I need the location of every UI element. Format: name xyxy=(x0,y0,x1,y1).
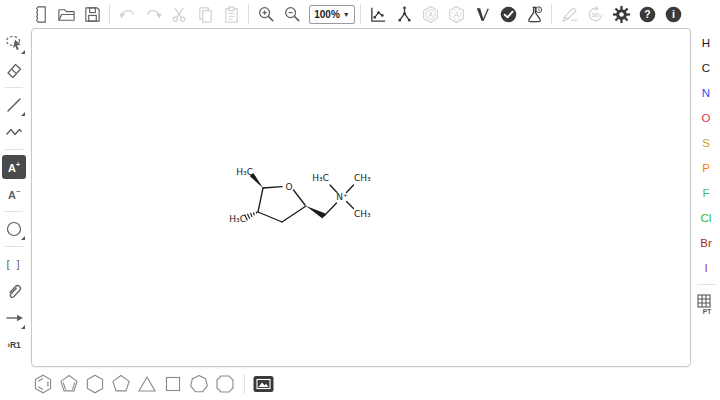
atom-methyl-top[interactable]: H₃C xyxy=(236,167,253,177)
template-benzene-button[interactable] xyxy=(30,371,56,397)
element-button-O[interactable]: O xyxy=(694,105,718,130)
chain-button[interactable] xyxy=(2,120,26,144)
element-button-C[interactable]: C xyxy=(694,55,718,80)
element-button-F[interactable]: F xyxy=(694,180,718,205)
save-button[interactable] xyxy=(80,2,104,26)
element-button-N[interactable]: N xyxy=(694,80,718,105)
element-button-P[interactable]: P xyxy=(694,155,718,180)
atom-nitrogen[interactable]: N⁺ xyxy=(336,192,348,202)
bond-c3-c4[interactable] xyxy=(258,212,282,222)
atom-methyl-left[interactable]: H₃C xyxy=(229,214,246,224)
about-button[interactable]: i xyxy=(661,2,685,26)
open-icon xyxy=(57,5,76,24)
zoom-out-button[interactable] xyxy=(280,2,304,26)
element-symbol: N xyxy=(702,87,710,99)
atom-n-methyl-b[interactable]: CH₃ xyxy=(354,173,371,183)
charge-plus-button[interactable]: A+ xyxy=(2,155,26,179)
template-cyclopentadiene-button[interactable] xyxy=(56,371,82,397)
layout-icon xyxy=(369,5,388,24)
template-cyclopropane-button[interactable] xyxy=(134,371,160,397)
clean-up-button[interactable] xyxy=(392,2,416,26)
zoom-in-button[interactable] xyxy=(254,2,278,26)
attach-button[interactable] xyxy=(2,279,26,303)
cut-button[interactable] xyxy=(167,2,191,26)
periodic-table-button[interactable]: PT xyxy=(694,291,718,317)
bond-c5-o[interactable] xyxy=(263,187,282,188)
recognize-molecule-button[interactable] xyxy=(557,2,581,26)
element-button-S[interactable]: S xyxy=(694,130,718,155)
toolbar-separator xyxy=(248,4,249,24)
element-button-I[interactable]: I xyxy=(694,255,718,280)
s-group-button[interactable]: [ ] xyxy=(2,252,26,276)
template-library-button[interactable] xyxy=(251,372,275,396)
atom-n-methyl-a[interactable]: H₃C xyxy=(312,173,329,183)
element-symbol: P xyxy=(702,162,710,174)
stereochemistry-icon xyxy=(473,5,492,24)
layout-button[interactable] xyxy=(366,2,390,26)
bond-o-c2[interactable] xyxy=(294,190,306,205)
dropdown-caret-icon: ▼ xyxy=(343,11,350,18)
help-icon: ? xyxy=(638,5,657,24)
bond-c2-c3[interactable] xyxy=(282,206,306,222)
aromatize-button[interactable]: A xyxy=(418,2,442,26)
bond-lines[interactable] xyxy=(258,185,354,222)
help-button[interactable]: ? xyxy=(635,2,659,26)
paste-button[interactable] xyxy=(219,2,243,26)
zoom-in-icon xyxy=(257,5,276,24)
copy-button[interactable] xyxy=(193,2,217,26)
template-cyclooctane-button[interactable] xyxy=(212,371,238,397)
ring-template-button[interactable] xyxy=(2,217,26,241)
open-button[interactable] xyxy=(54,2,78,26)
element-symbol: C xyxy=(702,62,710,74)
hash-wedge-bond-c4[interactable] xyxy=(245,212,257,221)
element-symbol: Cl xyxy=(701,212,712,224)
erase-button[interactable] xyxy=(2,58,26,82)
single-bond-button[interactable] xyxy=(2,93,26,117)
brackets-label: [ ] xyxy=(6,258,21,270)
charge-minus-button[interactable]: A− xyxy=(2,182,26,206)
bond-ch2-n[interactable] xyxy=(324,203,337,216)
element-button-Br[interactable]: Br xyxy=(694,230,718,255)
r-group-button[interactable]: ›R1 xyxy=(2,333,26,357)
zoom-level-dropdown[interactable]: 100% ▼ xyxy=(309,5,355,24)
undo-icon xyxy=(118,5,137,24)
new-document-button[interactable] xyxy=(28,2,52,26)
check-structure-button[interactable] xyxy=(496,2,520,26)
atom-n-methyl-c[interactable]: CH₃ xyxy=(354,209,371,219)
template-cycloheptane-button[interactable] xyxy=(186,371,212,397)
zoom-level-value: 100% xyxy=(314,9,340,20)
svg-text:i: i xyxy=(671,8,674,20)
3d-viewer-button[interactable]: 3D xyxy=(583,2,607,26)
wedge-bond-up-c2[interactable] xyxy=(306,206,326,219)
template-cyclohexane-button[interactable] xyxy=(82,371,108,397)
toolbar-divider xyxy=(697,284,715,285)
calculated-values-button[interactable] xyxy=(522,2,546,26)
select-lasso-icon xyxy=(4,33,24,53)
system-group: 3D xyxy=(557,2,685,26)
undo-button[interactable] xyxy=(115,2,139,26)
bond-n-methyl-c[interactable] xyxy=(347,202,354,209)
cyclopentadiene-icon xyxy=(58,373,80,395)
molecule-structure[interactable]: H₃C H₃C O N⁺ H₃C CH₃ CH₃ xyxy=(216,156,391,236)
cycloheptane-icon xyxy=(188,373,210,395)
reaction-arrow-button[interactable] xyxy=(2,306,26,330)
template-cyclobutane-button[interactable] xyxy=(160,371,186,397)
cut-icon xyxy=(170,5,189,24)
drawing-canvas[interactable]: H₃C H₃C O N⁺ H₃C CH₃ CH₃ xyxy=(31,28,691,367)
select-lasso-button[interactable] xyxy=(2,31,26,55)
redo-button[interactable] xyxy=(141,2,165,26)
element-button-H[interactable]: H xyxy=(694,30,718,55)
bond-c4-c5[interactable] xyxy=(258,188,263,212)
settings-button[interactable] xyxy=(609,2,633,26)
eraser-icon xyxy=(4,60,24,80)
template-cyclopentane-button[interactable] xyxy=(108,371,134,397)
paste-icon xyxy=(222,5,241,24)
atom-oxygen[interactable]: O xyxy=(285,182,292,192)
copy-icon xyxy=(196,5,215,24)
element-symbol: S xyxy=(702,137,710,149)
charge-minus-label: A− xyxy=(8,188,20,201)
toolbar-separator xyxy=(109,4,110,24)
element-button-Cl[interactable]: Cl xyxy=(694,205,718,230)
stereochemistry-button[interactable] xyxy=(470,2,494,26)
dearomatize-button[interactable]: A xyxy=(444,2,468,26)
